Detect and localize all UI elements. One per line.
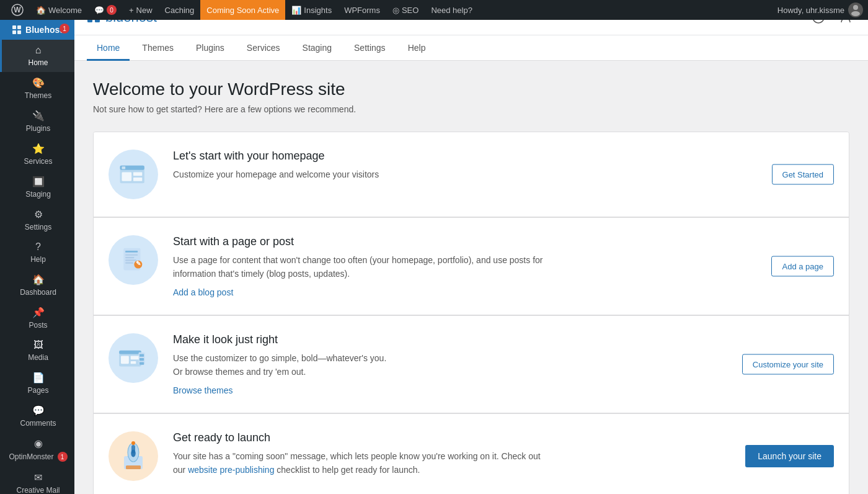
card-page-post-title: Start with a page or post xyxy=(173,235,834,248)
adminbar-coming-soon[interactable]: Coming Soon Active xyxy=(200,0,285,20)
adminbar-caching[interactable]: Caching xyxy=(159,0,201,20)
card-look-body: Make it look just right Use the customiz… xyxy=(173,333,834,395)
sidebar-brand[interactable]: Bluehost 1 xyxy=(0,20,74,40)
sidebar-item-home[interactable]: ⌂ Home xyxy=(0,40,74,72)
pre-publishing-link[interactable]: website pre-publishing xyxy=(188,465,274,475)
home-icon: ⌂ xyxy=(35,45,42,56)
card-page-post-desc: Use a page for content that won't change… xyxy=(173,253,545,281)
sidebar-item-help[interactable]: ? Help xyxy=(0,236,74,269)
page-title: Welcome to your WordPress site xyxy=(93,79,849,99)
adminbar-new-label: New xyxy=(136,6,153,15)
svg-rect-36 xyxy=(140,358,144,361)
svg-rect-5 xyxy=(17,25,21,29)
sidebar-dashboard-label: Dashboard xyxy=(20,288,56,297)
tab-settings[interactable]: Settings xyxy=(344,35,396,61)
sidebar-item-creative-mail[interactable]: ✉ Creative Mail xyxy=(0,467,74,494)
card-look-desc: Use the customizer to go simple, bold—wh… xyxy=(173,351,545,379)
sidebar: Bluehost 1 ⌂ Home 🎨 Themes 🔌 Plugins ⭐ S… xyxy=(0,20,74,494)
page-content: Welcome to your WordPress site Not sure … xyxy=(74,61,868,494)
svg-text:W: W xyxy=(14,6,21,14)
insights-bar-icon: 📊 xyxy=(291,6,301,15)
main-content: bluehost ? Home Themes Plugins Services … xyxy=(74,0,868,494)
svg-rect-43 xyxy=(126,465,141,469)
card-homepage: Let's start with your homepage Customize… xyxy=(94,132,849,217)
adminbar-howdy[interactable]: Howdy, uhr.kissme xyxy=(777,2,863,17)
sidebar-item-optinmonster[interactable]: ◉ OptinMonster 1 xyxy=(0,433,74,467)
sidebar-item-pages[interactable]: 📄 Pages xyxy=(0,367,74,400)
adminbar-seo[interactable]: ◎ SEO xyxy=(386,0,425,20)
optinmonster-badge: 1 xyxy=(58,452,68,462)
admin-avatar xyxy=(848,2,863,17)
tab-themes[interactable]: Themes xyxy=(132,35,184,61)
dashboard-icon: 🏠 xyxy=(32,274,45,285)
adminbar-insights[interactable]: 📊 Insights xyxy=(285,0,338,20)
optinmonster-icon: ◉ xyxy=(34,438,43,449)
sidebar-optinmonster-label: OptinMonster xyxy=(9,452,53,461)
sidebar-item-posts[interactable]: 📌 Posts xyxy=(0,302,74,335)
sidebar-themes-label: Themes xyxy=(25,91,51,100)
svg-rect-17 xyxy=(122,172,131,181)
get-started-button[interactable]: Get Started xyxy=(772,164,834,185)
svg-rect-25 xyxy=(125,259,136,261)
adminbar-new[interactable]: + New xyxy=(123,0,159,20)
tab-home[interactable]: Home xyxy=(87,35,130,61)
svg-rect-30 xyxy=(119,351,141,354)
adminbar-welcome-icon: 🏠 xyxy=(36,6,46,15)
plugins-icon: 🔌 xyxy=(32,110,45,122)
card-launch-illustration xyxy=(108,431,158,481)
new-icon: + xyxy=(129,6,134,15)
sidebar-item-staging[interactable]: 🔲 Staging xyxy=(0,171,74,204)
svg-rect-32 xyxy=(131,356,140,359)
sidebar-item-themes[interactable]: 🎨 Themes xyxy=(0,72,74,105)
browse-themes-link[interactable]: Browse themes xyxy=(173,385,232,395)
tab-plugins[interactable]: Plugins xyxy=(186,35,234,61)
card-launch-desc: Your site has a "coming soon" message, w… xyxy=(173,449,545,477)
add-page-button[interactable]: Add a page xyxy=(771,256,834,276)
card-page-post-action: Add a page xyxy=(771,256,834,276)
sidebar-posts-label: Posts xyxy=(29,321,47,330)
svg-point-2 xyxy=(853,5,858,10)
card-launch-body: Get ready to launch Your site has a "com… xyxy=(173,431,834,477)
svg-rect-22 xyxy=(125,251,138,253)
adminbar-comments[interactable]: 💬 0 xyxy=(88,0,123,20)
svg-rect-18 xyxy=(133,172,142,176)
svg-rect-26 xyxy=(125,263,133,264)
sidebar-item-media[interactable]: 🖼 Media xyxy=(0,335,74,367)
adminbar-help[interactable]: Need help? xyxy=(425,0,479,20)
card-look-action: Customize your site xyxy=(742,354,834,374)
tab-services[interactable]: Services xyxy=(237,35,290,61)
card-homepage-illustration xyxy=(108,150,158,199)
sidebar-item-services[interactable]: ⭐ Services xyxy=(0,138,74,171)
card-homepage-desc: Customize your homepage and welcome your… xyxy=(173,168,545,181)
tab-help[interactable]: Help xyxy=(398,35,436,61)
card-homepage-body: Let's start with your homepage Customize… xyxy=(173,150,834,181)
sidebar-brand-badge: 1 xyxy=(60,24,69,34)
themes-icon: 🎨 xyxy=(32,77,45,89)
sidebar-item-dashboard[interactable]: 🏠 Dashboard xyxy=(0,269,74,302)
bluehost-tabs: Home Themes Plugins Services Staging Set… xyxy=(74,35,868,61)
tab-staging[interactable]: Staging xyxy=(293,35,342,61)
launch-site-button[interactable]: Launch your site xyxy=(745,445,834,467)
sidebar-item-plugins[interactable]: 🔌 Plugins xyxy=(0,105,74,138)
sidebar-plugins-label: Plugins xyxy=(26,124,50,133)
svg-rect-20 xyxy=(122,166,125,169)
adminbar-wpforms[interactable]: WPForms xyxy=(338,0,386,20)
adminbar-wp-icon[interactable]: W xyxy=(5,0,30,20)
sidebar-comments-label: Comments xyxy=(20,419,56,428)
add-blog-post-link[interactable]: Add a blog post xyxy=(173,287,233,297)
card-page-post-illustration: ✎ xyxy=(108,235,158,285)
sidebar-item-settings[interactable]: ⚙ Settings xyxy=(0,204,74,236)
svg-rect-24 xyxy=(125,257,134,258)
adminbar-welcome-label: Welcome xyxy=(48,6,82,15)
svg-rect-23 xyxy=(125,254,138,256)
sidebar-item-comments[interactable]: 💬 Comments xyxy=(0,400,74,433)
card-look-illustration xyxy=(108,333,158,383)
svg-rect-37 xyxy=(140,362,144,364)
adminbar-welcome[interactable]: 🏠 Welcome xyxy=(30,0,88,20)
sidebar-creative-mail-label: Creative Mail xyxy=(16,486,60,494)
card-page-post-body: Start with a page or post Use a page for… xyxy=(173,235,834,297)
svg-rect-4 xyxy=(12,25,16,29)
customize-site-button[interactable]: Customize your site xyxy=(742,354,834,374)
svg-rect-6 xyxy=(12,30,16,34)
pages-icon: 📄 xyxy=(32,372,45,384)
